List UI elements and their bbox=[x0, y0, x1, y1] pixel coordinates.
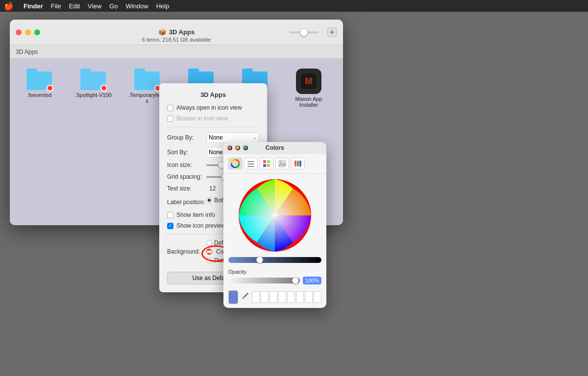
color-wheel-button[interactable] bbox=[228, 158, 242, 169]
opacity-section: Opacity 100% bbox=[223, 266, 326, 287]
swatch-cell[interactable] bbox=[296, 291, 304, 303]
svg-rect-7 bbox=[267, 160, 270, 163]
svg-rect-13 bbox=[297, 161, 299, 166]
show-item-info-checkbox[interactable] bbox=[167, 212, 173, 218]
colors-window-controls bbox=[227, 145, 248, 150]
group-by-select-wrapper: None ⌄ bbox=[206, 132, 259, 143]
swatch-cell[interactable] bbox=[252, 291, 260, 303]
colors-minimize-button[interactable] bbox=[235, 145, 240, 150]
maximize-button[interactable] bbox=[34, 29, 40, 35]
slider-thumb bbox=[300, 28, 308, 36]
current-color-swatch[interactable] bbox=[228, 290, 238, 304]
colors-close-button[interactable] bbox=[227, 145, 232, 150]
svg-text:M: M bbox=[305, 76, 313, 86]
menu-go[interactable]: Go bbox=[109, 2, 118, 10]
icon-size-slider[interactable] bbox=[289, 31, 318, 33]
always-open-row[interactable]: Always open in icon view bbox=[167, 104, 259, 111]
sliders-icon bbox=[246, 159, 255, 168]
group-by-select[interactable]: None bbox=[206, 132, 259, 143]
opacity-handle[interactable] bbox=[292, 277, 299, 284]
background-picture-radio[interactable] bbox=[206, 258, 212, 263]
show-icon-preview-checkbox[interactable]: ✓ bbox=[167, 223, 173, 229]
menu-window[interactable]: Window bbox=[125, 2, 148, 10]
color-wheel[interactable] bbox=[238, 179, 312, 252]
svg-rect-14 bbox=[299, 161, 301, 166]
finder-title: 📦 3D Apps bbox=[158, 28, 195, 36]
title-icon: 📦 bbox=[158, 28, 166, 36]
background-color-radio[interactable] bbox=[206, 249, 212, 255]
label-position-label: Label position: bbox=[167, 199, 206, 206]
color-wheel-container[interactable] bbox=[223, 174, 326, 257]
color-wheel-icon bbox=[231, 159, 240, 168]
group-by-row: Group By: None ⌄ bbox=[167, 132, 259, 143]
grid-spacing-fill bbox=[206, 176, 222, 178]
swatch-cell[interactable] bbox=[314, 291, 321, 303]
crayon-palette-button[interactable] bbox=[291, 158, 305, 169]
menu-file[interactable]: File bbox=[51, 2, 61, 10]
folder-tag bbox=[47, 85, 53, 92]
bottom-radio[interactable] bbox=[206, 197, 212, 203]
svg-point-11 bbox=[280, 161, 282, 163]
eyedropper-button[interactable] bbox=[241, 291, 249, 303]
swatch-cell[interactable] bbox=[287, 291, 295, 303]
close-button[interactable] bbox=[16, 29, 22, 35]
svg-rect-9 bbox=[267, 164, 270, 167]
svg-rect-12 bbox=[294, 161, 296, 166]
item-label: .Spotlight-V100 bbox=[74, 92, 111, 98]
menu-view[interactable]: View bbox=[88, 2, 101, 10]
svg-rect-6 bbox=[263, 160, 266, 163]
grid-spacing-label: Grid spacing: bbox=[167, 173, 206, 180]
browse-label: Browse in icon view bbox=[176, 115, 228, 122]
opacity-label: Opacity bbox=[228, 269, 321, 275]
eyedropper-icon bbox=[241, 292, 249, 300]
background-default-radio[interactable] bbox=[206, 240, 212, 246]
finder-pathbar: 3D Apps bbox=[10, 45, 343, 59]
folder-icon bbox=[26, 69, 52, 90]
svg-rect-10 bbox=[279, 160, 286, 167]
colors-panel: Colors bbox=[223, 142, 326, 308]
image-palette-button[interactable] bbox=[275, 158, 289, 169]
opacity-slider[interactable] bbox=[228, 278, 300, 283]
folder-tag bbox=[100, 85, 107, 92]
saturation-handle[interactable] bbox=[256, 257, 263, 263]
minimize-button[interactable] bbox=[25, 29, 31, 35]
swatch-grid bbox=[252, 291, 321, 303]
colors-toolbar bbox=[223, 154, 326, 174]
colors-maximize-button[interactable] bbox=[243, 145, 248, 150]
color-palette-button[interactable] bbox=[260, 158, 273, 169]
menu-edit[interactable]: Edit bbox=[69, 2, 80, 10]
icon-size-fill bbox=[206, 164, 219, 166]
color-sliders-button[interactable] bbox=[244, 158, 258, 169]
browse-checkbox[interactable] bbox=[167, 116, 173, 122]
svg-rect-5 bbox=[247, 166, 254, 167]
add-view-button[interactable]: + bbox=[327, 27, 337, 37]
colors-titlebar: Colors bbox=[223, 142, 326, 154]
show-icon-preview-label: Show icon preview bbox=[176, 222, 225, 229]
always-open-checkbox[interactable] bbox=[167, 105, 173, 111]
swatch-cell[interactable] bbox=[270, 291, 277, 303]
menu-help[interactable]: Help bbox=[156, 2, 170, 10]
group-by-label: Group By: bbox=[167, 134, 206, 141]
swatch-cell[interactable] bbox=[305, 291, 313, 303]
menu-finder[interactable]: Finder bbox=[24, 2, 43, 10]
apple-menu[interactable]: 🍎 bbox=[4, 1, 14, 11]
palette-icon bbox=[262, 159, 271, 168]
saturation-slider[interactable] bbox=[228, 257, 321, 263]
list-item[interactable]: M Maxon App Installer bbox=[289, 69, 328, 108]
menubar: 🍎 Finder File Edit View Go Window Help bbox=[0, 0, 588, 12]
divider bbox=[167, 127, 259, 127]
finder-toolbar: 📦 3D Apps + 6 items, 218.51 GB available bbox=[10, 20, 343, 45]
swatch-cell[interactable] bbox=[278, 291, 286, 303]
list-item[interactable]: .Spotlight-V100 bbox=[74, 69, 113, 108]
image-icon bbox=[278, 159, 287, 168]
path-label: 3D Apps bbox=[16, 48, 38, 55]
always-open-label: Always open in icon view bbox=[176, 104, 242, 111]
window-controls bbox=[16, 29, 40, 35]
maxon-icon: M bbox=[301, 73, 317, 89]
swatch-cell[interactable] bbox=[261, 291, 269, 303]
app-icon: M bbox=[296, 69, 321, 94]
list-item[interactable]: .fseventsd bbox=[20, 69, 59, 108]
browse-row[interactable]: Browse in icon view bbox=[167, 115, 259, 122]
sort-by-label: Sort By: bbox=[167, 149, 206, 156]
finder-subtitle: 6 items, 218.51 GB available bbox=[10, 37, 343, 45]
